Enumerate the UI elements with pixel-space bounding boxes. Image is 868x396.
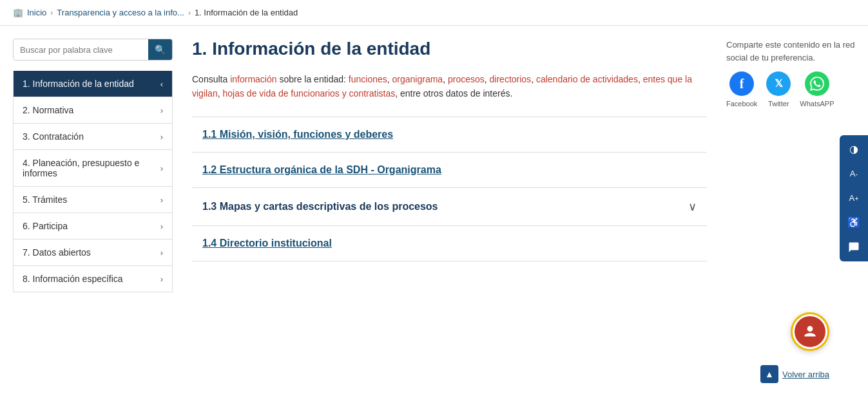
sidebar-item-7[interactable]: 7. Datos abiertos › [13,240,173,266]
sidebar-item-6[interactable]: 6. Participa › [13,213,173,240]
sidebar-item-1[interactable]: 1. Información de la entidad ‹ [13,71,173,97]
chevron-right-icon-7: › [160,248,163,258]
float-contrast-button[interactable]: ◑ [842,138,865,161]
chevron-down-icon: ∨ [688,200,697,214]
section-title-1-3: 1.3 Mapas y cartas descriptivas de los p… [202,201,438,212]
breadcrumb-current: 1. Información de la entidad [195,8,298,17]
sidebar: 🔍 1. Información de la entidad ‹ 2. Norm… [13,39,173,292]
section-1-3[interactable]: 1.3 Mapas y cartas descriptivas de los p… [192,187,707,225]
desc-link-funciones[interactable]: funciones [349,74,387,84]
desc-link-calendario[interactable]: calendario de actividades [536,74,638,84]
share-facebook[interactable]: f Facebook [726,71,757,109]
breadcrumb-icon: 🏢 [13,8,23,17]
share-whatsapp[interactable]: WhatsAPP [800,71,834,109]
sidebar-item-2[interactable]: 2. Normativa › [13,97,173,124]
float-decrease-font-button[interactable]: A- [842,162,865,185]
content-area: 1. Información de la entidad Consulta in… [186,39,713,292]
section-1-1: 1.1 Misión, visión, funciones y deberes [192,117,707,152]
section-1-2: 1.2 Estructura orgánica de la SDH - Orga… [192,152,707,187]
sidebar-item-8-label: 8. Información específica [23,274,123,284]
breadcrumb-link-inicio[interactable]: Inicio [27,8,46,17]
desc-link-procesos[interactable]: procesos [448,74,485,84]
sidebar-item-3[interactable]: 3. Contratación › [13,124,173,150]
section-link-1-1[interactable]: 1.1 Misión, visión, funciones y deberes [202,129,393,140]
page-description: Consulta información sobre la entidad: f… [192,72,707,101]
breadcrumb-separator-2: › [188,8,191,17]
chevron-right-icon-8: › [160,274,163,284]
sidebar-item-5[interactable]: 5. Trámites › [13,187,173,213]
desc-link-informacion[interactable]: información [230,74,276,84]
breadcrumb-link-transparencia[interactable]: Transparencia y acceso a la info... [57,8,184,17]
search-box: 🔍 [13,39,173,61]
float-sidebar: ◑ A- A+ ♿ [840,135,868,261]
sidebar-item-4-label: 4. Planeación, presupuesto e informes [23,158,160,178]
share-twitter[interactable]: 𝕏 Twitter [766,71,791,109]
breadcrumb: 🏢 Inicio › Transparencia y acceso a la i… [0,0,868,26]
share-panel-text: Comparte este contenido en la red social… [726,39,855,64]
main-layout: 🔍 1. Información de la entidad ‹ 2. Norm… [0,26,868,305]
sidebar-item-5-label: 5. Trámites [23,194,67,205]
search-input[interactable] [14,40,148,60]
share-panel: Comparte este contenido en la red social… [726,39,855,292]
sidebar-item-6-label: 6. Participa [23,221,68,231]
share-icons: f Facebook 𝕏 Twitter WhatsAPP [726,71,855,109]
page-title: 1. Información de la entidad [192,39,707,59]
twitter-icon: 𝕏 [766,71,791,96]
search-button[interactable]: 🔍 [148,39,172,60]
section-1-4: 1.4 Directorio institucional [192,225,707,261]
breadcrumb-separator-1: › [50,8,53,17]
chevron-right-icon-2: › [160,106,163,115]
desc-link-organigrama[interactable]: organigrama [392,74,443,84]
sidebar-item-8[interactable]: 8. Información específica › [13,266,173,292]
twitter-label: Twitter [768,99,789,109]
float-accessibility-button[interactable]: ♿ [842,211,865,234]
facebook-icon: f [729,71,754,96]
chevron-right-icon-5: › [160,195,163,205]
desc-link-hojas[interactable]: hojas de vida de funcionarios y contrati… [222,88,395,99]
chevron-right-icon-6: › [160,222,163,231]
section-collapsed-1-3: 1.3 Mapas y cartas descriptivas de los p… [202,200,697,214]
whatsapp-icon [805,71,829,96]
sidebar-item-2-label: 2. Normativa [23,105,73,115]
float-increase-font-button[interactable]: A+ [842,187,865,210]
sidebar-item-3-label: 3. Contratación [23,131,84,142]
section-link-1-4[interactable]: 1.4 Directorio institucional [202,238,332,249]
chevron-left-icon: ‹ [160,79,163,89]
section-link-1-2[interactable]: 1.2 Estructura orgánica de la SDH - Orga… [202,164,441,175]
whatsapp-label: WhatsAPP [800,99,834,109]
sidebar-item-4[interactable]: 4. Planeación, presupuesto e informes › [13,150,173,187]
chevron-right-icon-4: › [160,164,163,173]
chevron-right-icon-3: › [160,132,163,142]
sidebar-item-7-label: 7. Datos abiertos [23,247,91,258]
float-chat-button[interactable] [842,236,865,259]
sidebar-item-1-label: 1. Información de la entidad [23,79,134,89]
facebook-label: Facebook [726,99,757,109]
desc-link-directorios[interactable]: directorios [490,74,532,84]
